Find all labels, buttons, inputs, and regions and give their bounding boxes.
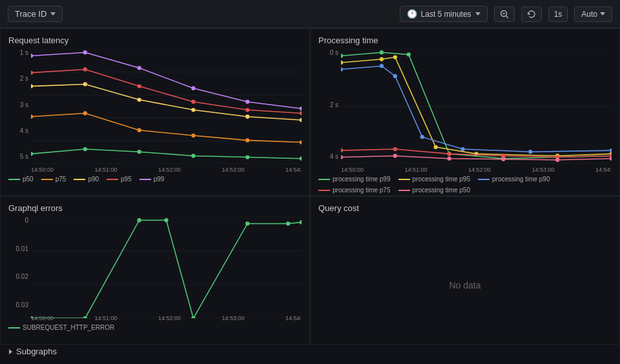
processing-time-panel: Processing time 4 s 2 s 0 s [310,28,620,196]
y-label-2s: 2 s [318,101,341,108]
svg-point-11 [137,150,141,154]
svg-point-52 [434,145,438,149]
legend-line-pt-p75 [318,190,330,191]
time-range-picker[interactable]: 🕐 Last 5 minutes [400,6,488,22]
legend-line-p99 [140,179,151,180]
svg-point-50 [380,57,384,61]
clock-icon: 🕐 [407,9,417,19]
svg-point-69 [341,155,343,159]
subgraphs-label: Subgraphs [16,347,57,356]
auto-picker[interactable]: Auto [574,6,612,22]
trace-id-chevron-icon [50,12,56,15]
svg-point-18 [191,134,195,137]
svg-point-60 [460,147,464,151]
time-range-chevron-icon [475,12,480,15]
processing-time-legend: processing time p99 processing time p95 … [318,176,612,194]
graphql-errors-legend: SUBREQUEST_HTTP_ERROR [8,324,302,331]
svg-point-85 [286,221,290,225]
zoom-out-button[interactable] [494,6,515,22]
svg-point-13 [245,155,249,159]
request-latency-title: Request latency [8,35,302,45]
y-label-0s: 0 s [318,49,341,56]
y-label: 4 s [8,127,31,134]
svg-point-28 [83,67,87,71]
y-label-4s: 4 s [318,153,341,160]
svg-point-64 [393,147,397,151]
time-range-label: Last 5 minutes [421,10,471,19]
svg-point-81 [137,218,141,222]
svg-point-10 [83,147,87,151]
legend-item-p90: p90 [74,176,99,183]
request-latency-x-axis: 14:50:00 14:51:00 14:52:00 14:53:00 14:5… [31,167,302,173]
top-bar: Trace ID 🕐 Last 5 minutes 1s Auto [0,0,620,28]
request-latency-svg [31,49,302,164]
refresh-button[interactable] [521,6,542,22]
legend-line-p50 [8,179,20,180]
svg-point-72 [501,157,505,161]
svg-point-23 [137,97,141,101]
svg-point-25 [245,115,249,119]
processing-time-chart: 4 s 2 s 0 s [318,49,612,173]
svg-point-58 [393,74,397,78]
trace-id-label: Trace ID [15,9,46,19]
request-latency-y-axis: 5 s 4 s 3 s 2 s 1 s [8,49,31,160]
svg-point-70 [393,154,397,157]
top-controls: 🕐 Last 5 minutes 1s Auto [400,6,612,22]
svg-point-82 [164,218,168,222]
svg-point-14 [300,157,302,161]
legend-pt-p95: processing time p95 [398,176,471,183]
graphql-errors-chart: 0.03 0.02 0.01 0 [8,217,302,321]
legend-pt-p90: processing time p90 [478,176,550,183]
subgraphs-section[interactable]: Subgraphs [9,347,57,356]
svg-point-44 [407,52,411,56]
legend-subrequest: SUBREQUEST_HTTP_ERROR [8,324,114,331]
graphql-errors-x-axis: 14:50:00 14:51:00 14:52:00 14:53:00 14:5… [31,315,302,321]
svg-point-62 [610,148,612,152]
svg-point-74 [610,157,612,161]
legend-pt-p50: processing time p50 [398,187,471,194]
legend-line-p75 [41,179,53,180]
trace-id-picker[interactable]: Trace ID [8,6,63,22]
no-data-message: No data [318,217,612,345]
y-label: 1 s [8,49,31,56]
legend-item-p99: p99 [140,176,165,183]
svg-point-9 [31,152,33,156]
zoom-out-icon [500,10,509,19]
svg-point-31 [245,108,249,112]
svg-point-71 [447,157,451,161]
svg-point-26 [300,118,302,122]
legend-item-p95: p95 [107,176,132,183]
svg-point-42 [341,54,343,57]
y-label: 5 s [8,153,31,160]
svg-point-73 [555,158,559,162]
legend-item-p75: p75 [41,176,67,183]
svg-point-12 [191,154,195,157]
svg-point-34 [83,50,87,54]
y-label: 3 s [8,101,31,108]
svg-point-36 [191,86,195,90]
processing-time-y-axis: 4 s 2 s 0 s [318,49,341,160]
svg-point-49 [341,61,343,65]
legend-line-subrequest [8,327,20,329]
auto-chevron-icon [600,12,605,15]
legend-line-pt-p50 [398,190,410,191]
processing-time-x-axis: 14:50:00 14:51:00 14:52:00 14:53:00 14:5… [341,167,612,173]
legend-pt-p99: processing time p99 [318,176,391,183]
y-label: 2 s [8,75,31,82]
svg-point-51 [393,55,397,59]
svg-point-56 [341,67,343,71]
svg-point-63 [341,148,343,152]
svg-point-33 [31,54,33,57]
auto-label: Auto [581,10,597,19]
svg-point-61 [528,150,532,154]
svg-point-57 [380,64,384,68]
svg-point-29 [137,84,141,88]
svg-point-38 [300,106,302,110]
legend-line-p95 [107,179,118,180]
request-latency-chart: 5 s 4 s 3 s 2 s 1 s [8,49,302,173]
graphql-errors-panel: Graphql errors 0.03 0.02 0.01 0 [0,196,310,345]
svg-point-65 [447,152,451,156]
legend-line-pt-p95 [398,179,410,180]
svg-point-84 [245,221,249,225]
svg-point-19 [245,138,249,142]
